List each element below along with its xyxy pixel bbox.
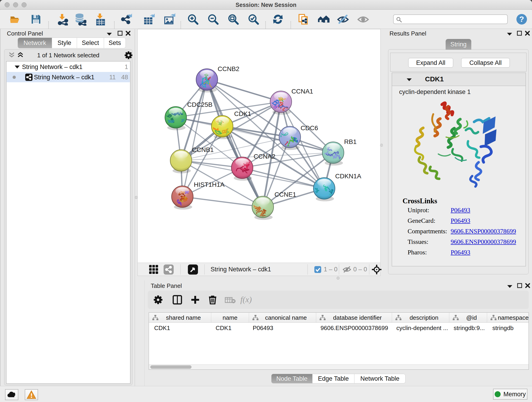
home-view-button[interactable] — [317, 13, 330, 26]
cell-shared-name[interactable]: CDK1 — [154, 325, 170, 332]
memory-status-dot — [495, 391, 500, 397]
float-panel-icon[interactable] — [517, 31, 522, 36]
graph-node-RB1[interactable] — [322, 142, 344, 166]
import-network-from-file-button[interactable] — [56, 13, 69, 26]
collapse-card-icon[interactable] — [406, 77, 412, 82]
collapse-all-button[interactable]: Collapse All — [461, 58, 510, 68]
column-header-name[interactable]: name — [211, 313, 249, 323]
panel-menu-icon[interactable] — [507, 32, 513, 36]
crosslink-pharos-link[interactable]: P06493 — [451, 249, 470, 256]
control-panel-title: Control Panel — [7, 30, 43, 37]
graph-node-CDK1[interactable] — [210, 115, 234, 140]
network-canvas[interactable]: CCNB2CCNA1CDC25BCDK1CDC6RB1CCNB1CCNA2CDK… — [138, 29, 380, 263]
column-header-namespace[interactable]: namespace — [487, 313, 532, 323]
save-session-button[interactable] — [30, 13, 42, 26]
import-table-from-file-button[interactable] — [94, 13, 107, 26]
tab-edge-table[interactable]: Edge Table — [312, 374, 355, 383]
crosslink-uniprot-link[interactable]: P06493 — [451, 206, 470, 214]
graph-node-CCNB2[interactable] — [196, 69, 218, 92]
graph-node-CDC25B[interactable] — [161, 107, 187, 130]
gear-icon[interactable] — [125, 51, 133, 59]
float-panel-icon[interactable] — [517, 283, 522, 288]
horizontal-splitter[interactable] — [138, 276, 532, 281]
tab-network[interactable]: Network — [18, 38, 52, 48]
graph-node-CDKN1A[interactable] — [313, 178, 340, 202]
close-panel-icon[interactable] — [125, 31, 131, 36]
network-tree-root-row[interactable]: String Network – cdk1 1 — [7, 62, 130, 72]
share-view-icon[interactable] — [164, 264, 174, 274]
cell-id[interactable]: stringdb:9... — [454, 325, 485, 332]
hide-selected-button[interactable] — [336, 13, 349, 26]
search-input[interactable] — [393, 14, 508, 24]
horizontal-splitter-grip[interactable] — [336, 277, 340, 280]
network-edge-count: 48 — [118, 74, 128, 81]
column-header-database-identifier[interactable]: database identifier — [316, 313, 392, 323]
selected-checkbox-icon[interactable] — [314, 266, 322, 273]
close-panel-icon[interactable] — [525, 31, 530, 36]
column-header-shared-name[interactable]: shared name — [149, 313, 211, 323]
copy-button[interactable] — [297, 13, 310, 26]
tab-sets[interactable]: Sets — [104, 38, 126, 48]
cell-namespace[interactable]: stringdb — [492, 325, 514, 332]
zoom-in-button[interactable] — [186, 13, 199, 26]
column-header-id[interactable]: @id — [449, 313, 487, 323]
delete-column-icon[interactable] — [208, 295, 217, 304]
birdseye-view-icon[interactable] — [372, 265, 381, 274]
tab-select[interactable]: Select — [77, 38, 104, 48]
tab-node-table[interactable]: Node Table — [271, 374, 312, 383]
show-hidden-button[interactable] — [357, 13, 370, 26]
import-network-icon — [56, 13, 69, 26]
crosslink-genecard-link[interactable]: P06493 — [451, 217, 470, 224]
panel-menu-icon[interactable] — [106, 32, 112, 36]
zoom-out-button[interactable] — [207, 13, 220, 26]
cell-database-identifier[interactable]: 9606.ENSP00000378699 — [321, 325, 388, 332]
close-panel-icon[interactable] — [525, 283, 530, 288]
network-tree-row-selected[interactable]: String Network – cdk1 11 48 — [7, 72, 130, 82]
graph-node-HIST1H1A[interactable] — [172, 186, 193, 210]
float-panel-icon[interactable] — [117, 31, 123, 36]
network-node-count: 11 — [106, 74, 116, 81]
warning-status-button[interactable] — [25, 389, 38, 400]
graph-node-CCNE1[interactable] — [249, 196, 273, 220]
memory-button[interactable]: Memory — [493, 389, 527, 400]
export-network-button[interactable] — [120, 13, 133, 26]
protein-card-header[interactable]: CDK1 — [392, 73, 526, 86]
panel-menu-icon[interactable] — [507, 284, 513, 288]
network-graph[interactable]: CCNB2CCNA1CDC25BCDK1CDC6RB1CCNB1CCNA2CDK… — [138, 29, 380, 263]
refresh-button[interactable] — [272, 13, 284, 26]
column-header-canonical-name[interactable]: canonical name — [249, 313, 316, 323]
import-network-from-database-button[interactable] — [74, 13, 86, 26]
expand-all-button[interactable]: Expand All — [408, 58, 453, 68]
scrollbar-thumb[interactable] — [150, 365, 191, 369]
show-columns-icon[interactable] — [172, 295, 182, 305]
export-image-button[interactable] — [163, 13, 176, 26]
cell-name[interactable]: CDK1 — [215, 325, 231, 332]
table-horizontal-scrollbar[interactable] — [149, 364, 529, 370]
grid-view-icon[interactable] — [149, 264, 159, 274]
help-button[interactable]: ? — [515, 13, 528, 26]
export-view-icon[interactable] — [188, 264, 198, 274]
open-session-button[interactable] — [9, 13, 22, 26]
zoom-selected-button[interactable] — [247, 13, 260, 26]
graph-node-label: RB1 — [344, 138, 356, 145]
tab-network-table[interactable]: Network Table — [355, 374, 405, 383]
tab-style[interactable]: Style — [52, 38, 77, 48]
cell-description[interactable]: cyclin-dependent ... — [396, 325, 448, 332]
toolbar-separator — [369, 264, 369, 274]
crosslink-tissues-link[interactable]: 9606.ENSP00000378699 — [451, 238, 516, 245]
cloud-status-button[interactable] — [5, 389, 18, 400]
graph-node-CCNA1[interactable] — [270, 91, 292, 115]
results-tab-string[interactable]: String — [446, 39, 471, 50]
zoom-fit-button[interactable] — [227, 13, 240, 26]
column-header-description[interactable]: description — [392, 313, 449, 323]
gear-icon[interactable] — [154, 295, 162, 304]
crosslink-compartments-link[interactable]: 9606.ENSP00000378699 — [451, 228, 516, 235]
crosslink-label: Uniprot: — [408, 206, 429, 214]
graph-node-CCNA2[interactable] — [231, 157, 253, 181]
export-table-button[interactable] — [143, 13, 156, 26]
add-column-icon[interactable] — [190, 295, 200, 305]
cell-canonical-name[interactable]: P06493 — [253, 325, 273, 332]
graph-node-CCNB1[interactable] — [170, 150, 192, 173]
tree-expand-icon[interactable] — [14, 65, 20, 69]
graph-edge[interactable] — [207, 80, 281, 102]
